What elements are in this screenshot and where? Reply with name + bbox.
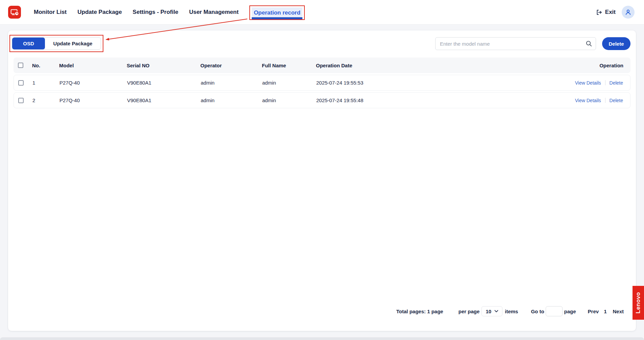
tab-update-package[interactable]: Update Package bbox=[45, 38, 101, 49]
nav-item-monitor-list[interactable]: Monitor List bbox=[34, 9, 67, 16]
cell-operator: admin bbox=[201, 97, 262, 103]
items-label: items bbox=[505, 309, 518, 314]
cell-operation-date: 2025-07-24 19:55:48 bbox=[316, 97, 556, 103]
content-card: OSD Update Package Delete No. bbox=[8, 30, 636, 331]
exit-label: Exit bbox=[605, 9, 616, 16]
cell-no: 2 bbox=[32, 97, 59, 103]
col-operation-date: Operation Date bbox=[316, 63, 556, 68]
prev-page-button[interactable]: Prev bbox=[588, 309, 599, 314]
col-serial: Serial NO bbox=[127, 63, 200, 68]
user-avatar[interactable] bbox=[622, 6, 635, 19]
table-header-row: No. Model Serial NO Operator Full Name O… bbox=[14, 58, 630, 73]
nav-item-update-package[interactable]: Update Package bbox=[77, 9, 122, 16]
nav-item-settings-profile[interactable]: Settings - Profile bbox=[133, 9, 178, 16]
cell-full-name: admin bbox=[262, 97, 316, 103]
toolbar-right: Delete bbox=[435, 37, 630, 50]
nav-item-user-management[interactable]: User Management bbox=[189, 9, 239, 16]
next-page-button[interactable]: Next bbox=[613, 309, 624, 314]
row-delete-link[interactable]: Delete bbox=[610, 98, 623, 103]
nav-item-operation-record[interactable]: Operation record bbox=[252, 7, 302, 17]
bottom-edge bbox=[0, 337, 644, 340]
header-check-cell bbox=[14, 63, 32, 68]
goto-label: Go to bbox=[531, 309, 544, 314]
action-divider bbox=[605, 80, 605, 85]
search-icon[interactable] bbox=[586, 41, 592, 48]
col-no: No. bbox=[32, 63, 59, 68]
view-details-link[interactable]: View Details bbox=[575, 80, 601, 86]
lenovo-logo-text: Lenovo bbox=[635, 292, 642, 313]
table-row: 1 P27Q-40 V90E80A1 admin admin 2025-07-2… bbox=[14, 75, 630, 91]
col-operator: Operator bbox=[200, 63, 262, 68]
annotation-box-toggle: OSD Update Package bbox=[9, 35, 103, 52]
row-delete-link[interactable]: Delete bbox=[610, 80, 623, 86]
tab-osd[interactable]: OSD bbox=[12, 38, 45, 49]
total-pages-label: Total pages: 1 page bbox=[396, 309, 443, 314]
per-page-select[interactable]: 10 bbox=[481, 306, 502, 316]
select-all-checkbox[interactable] bbox=[18, 63, 23, 68]
cell-model: P27Q-40 bbox=[59, 97, 127, 103]
cell-model: P27Q-40 bbox=[59, 80, 127, 86]
cell-no: 1 bbox=[32, 80, 59, 86]
top-navbar: Monitor List Update Package Settings - P… bbox=[0, 0, 644, 25]
lenovo-banner: Lenovo bbox=[633, 286, 644, 320]
action-divider bbox=[605, 98, 605, 103]
cell-operation: View Details Delete bbox=[556, 80, 630, 86]
view-details-link[interactable]: View Details bbox=[575, 98, 601, 103]
nav-items: Monitor List Update Package Settings - P… bbox=[34, 5, 305, 20]
col-full-name: Full Name bbox=[262, 63, 316, 68]
cell-operation: View Details Delete bbox=[556, 98, 630, 103]
delete-button[interactable]: Delete bbox=[602, 37, 630, 50]
cell-operation-date: 2025-07-24 19:55:53 bbox=[316, 80, 556, 86]
search-input[interactable] bbox=[435, 37, 596, 50]
app-logo[interactable] bbox=[8, 6, 21, 19]
person-icon bbox=[624, 8, 632, 16]
table-row: 2 P27Q-40 V90E80A1 admin admin 2025-07-2… bbox=[14, 92, 630, 108]
pagination: Total pages: 1 page per page 10 items Go… bbox=[396, 306, 624, 317]
page-label: page bbox=[564, 309, 576, 314]
col-model: Model bbox=[59, 63, 127, 68]
per-page-label: per page bbox=[459, 309, 480, 314]
exit-button[interactable]: Exit bbox=[596, 9, 616, 16]
per-page-value: 10 bbox=[486, 309, 491, 314]
row-check-cell bbox=[14, 80, 32, 86]
cell-serial: V90E80A1 bbox=[127, 97, 201, 103]
search-wrap bbox=[435, 37, 596, 50]
col-operation: Operation bbox=[556, 63, 630, 68]
cell-operator: admin bbox=[201, 80, 262, 86]
operation-record-table: No. Model Serial NO Operator Full Name O… bbox=[14, 58, 630, 108]
goto-page-input[interactable] bbox=[546, 306, 563, 316]
navbar-right: Exit bbox=[596, 6, 635, 19]
row-checkbox[interactable] bbox=[18, 80, 24, 86]
cell-full-name: admin bbox=[262, 80, 316, 86]
monitor-clock-icon bbox=[9, 7, 20, 17]
toolbar: OSD Update Package Delete bbox=[9, 35, 630, 52]
row-checkbox[interactable] bbox=[18, 98, 24, 103]
chevron-down-icon bbox=[494, 310, 498, 313]
record-type-toggle: OSD Update Package bbox=[12, 37, 101, 50]
row-check-cell bbox=[14, 98, 32, 103]
current-page-number[interactable]: 1 bbox=[604, 309, 606, 314]
cell-serial: V90E80A1 bbox=[127, 80, 201, 86]
annotation-box-operation-record: Operation record bbox=[249, 5, 305, 20]
active-tab-underline bbox=[252, 17, 302, 19]
logout-icon bbox=[596, 9, 602, 16]
